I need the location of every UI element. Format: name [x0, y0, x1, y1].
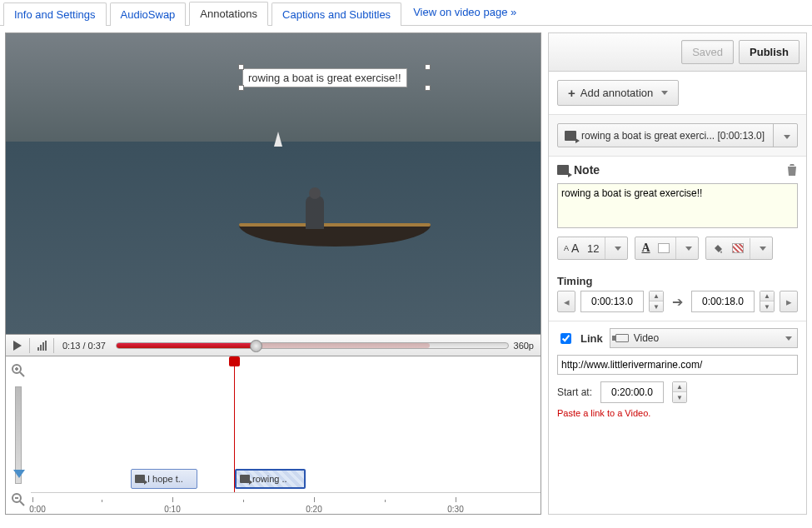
- annotation-selector[interactable]: rowing a boat is great exerci... [0:00:1…: [557, 123, 798, 147]
- clip-label: rowing ..: [252, 474, 287, 484]
- timing-start-input[interactable]: [580, 291, 644, 312]
- progress-thumb[interactable]: [250, 340, 262, 352]
- play-button[interactable]: [9, 337, 26, 354]
- add-annotation-button[interactable]: + Add annotation: [557, 80, 679, 106]
- note-icon: [557, 165, 569, 175]
- play-icon: [13, 341, 22, 351]
- annotation-selector-toggle[interactable]: [773, 124, 797, 147]
- svg-line-5: [20, 501, 24, 506]
- annotation-selector-label: rowing a boat is great exerci... [0:00:1…: [581, 130, 765, 142]
- timeline-track[interactable]: I hope t.. rowing .. 0:00 0:10 0:20 0:30: [31, 356, 541, 514]
- bg-color-tool[interactable]: [705, 237, 773, 260]
- svg-line-1: [20, 372, 24, 376]
- start-at-stepper[interactable]: ▲▼: [672, 381, 687, 403]
- publish-button[interactable]: Publish: [739, 40, 800, 64]
- annotation-overlay[interactable]: rowing a boat is great exercise!!: [242, 68, 407, 87]
- resize-handle-bl[interactable]: [238, 85, 244, 91]
- timing-next-button[interactable]: ▸: [780, 291, 798, 312]
- link-type-select[interactable]: Video: [610, 328, 798, 348]
- zoom-thumb[interactable]: [13, 470, 25, 478]
- link-label: Link: [580, 332, 603, 345]
- chevron-down-icon: [615, 247, 621, 251]
- resize-handle-tl[interactable]: [238, 64, 244, 70]
- trash-icon[interactable]: [786, 163, 798, 177]
- arrow-right-icon: ➔: [672, 294, 683, 310]
- zoom-out-icon[interactable]: [11, 492, 26, 507]
- progress-bar[interactable]: [116, 342, 509, 349]
- volume-icon: [37, 341, 47, 351]
- timing-end-input[interactable]: [691, 291, 755, 312]
- note-icon: [565, 131, 576, 141]
- link-hint: Paste a link to a Video.: [549, 408, 806, 430]
- timing-start-stepper[interactable]: ▲▼: [649, 291, 664, 312]
- resize-handle-tr[interactable]: [425, 64, 431, 70]
- timing-prev-button[interactable]: ◂: [557, 291, 575, 312]
- timeline-clip[interactable]: I hope t..: [131, 469, 197, 489]
- quality-label[interactable]: 360p: [514, 341, 534, 351]
- tab-info-settings[interactable]: Info and Settings: [3, 2, 107, 26]
- note-heading: Note: [574, 163, 600, 177]
- chevron-down-icon: [784, 135, 790, 139]
- note-icon: [240, 475, 250, 483]
- link-url-input[interactable]: [557, 355, 798, 375]
- view-on-video-page-link[interactable]: View on video page »: [405, 0, 525, 25]
- chevron-down-icon: [785, 336, 792, 341]
- annotation-text-input[interactable]: [557, 183, 798, 228]
- timing-heading: Timing: [549, 268, 806, 291]
- clip-label: I hope t..: [147, 474, 183, 484]
- font-color-tool[interactable]: A: [635, 237, 699, 260]
- resize-handle-br[interactable]: [425, 85, 431, 91]
- saved-button: Saved: [681, 40, 734, 64]
- note-icon: [135, 475, 145, 483]
- zoom-slider[interactable]: [15, 386, 22, 484]
- paint-bucket-icon: [712, 242, 724, 254]
- chevron-down-icon: [661, 91, 668, 95]
- add-annotation-label: Add annotation: [580, 87, 653, 99]
- font-size-value: 12: [587, 242, 599, 255]
- timing-end-stepper[interactable]: ▲▼: [760, 291, 775, 312]
- time-ruler: 0:00 0:10 0:20 0:30: [31, 492, 541, 514]
- chevron-down-icon: [685, 247, 692, 251]
- zoom-in-icon[interactable]: [11, 363, 26, 378]
- video-icon: [615, 334, 629, 342]
- text-color-icon: A: [641, 242, 650, 255]
- link-checkbox[interactable]: [560, 333, 571, 344]
- chevron-down-icon: [760, 247, 766, 251]
- start-at-label: Start at:: [557, 386, 592, 398]
- timeline-clip-selected[interactable]: rowing ..: [235, 469, 306, 489]
- tab-audioswap[interactable]: AudioSwap: [110, 2, 187, 26]
- plus-icon: +: [568, 86, 575, 100]
- tab-captions[interactable]: Captions and Subtitles: [271, 2, 401, 26]
- link-type-value: Video: [634, 332, 659, 344]
- video-preview[interactable]: rowing a boat is great exercise!!: [5, 32, 541, 335]
- font-size-tool[interactable]: AA 12: [557, 237, 628, 260]
- volume-button[interactable]: [33, 337, 50, 354]
- tab-annotations[interactable]: Annotations: [189, 2, 268, 26]
- time-display: 0:13 / 0:37: [62, 341, 106, 351]
- start-at-input[interactable]: [600, 381, 664, 403]
